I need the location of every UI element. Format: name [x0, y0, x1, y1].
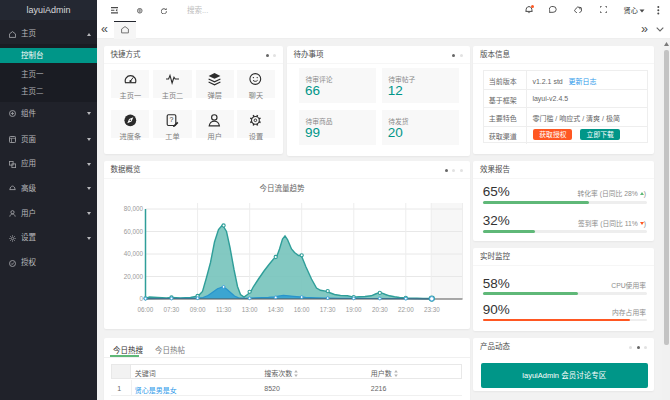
svg-text:今日流量趋势: 今日流量趋势 — [259, 182, 304, 192]
svg-text:17:30: 17:30 — [319, 306, 335, 313]
svg-text:80,000: 80,000 — [123, 205, 143, 212]
svg-text:60,000: 60,000 — [123, 227, 143, 234]
svg-text:23:30: 23:30 — [423, 306, 439, 313]
svg-text:20,000: 20,000 — [123, 272, 143, 279]
svg-text:19:00: 19:00 — [345, 306, 361, 313]
svg-text:22:00: 22:00 — [397, 306, 413, 313]
svg-text:09:00: 09:00 — [189, 306, 205, 313]
svg-text:16:00: 16:00 — [293, 306, 309, 313]
svg-text:?: ? — [170, 115, 174, 122]
svg-text:07:30: 07:30 — [163, 306, 179, 313]
svg-text:0: 0 — [139, 295, 143, 302]
svg-text:40,000: 40,000 — [123, 250, 143, 257]
svg-text:20:30: 20:30 — [371, 306, 387, 313]
svg-text:14:30: 14:30 — [267, 306, 283, 313]
svg-text:06:00: 06:00 — [137, 306, 153, 313]
svg-text:11:30: 11:30 — [215, 306, 231, 313]
svg-text:13:00: 13:00 — [241, 306, 257, 313]
